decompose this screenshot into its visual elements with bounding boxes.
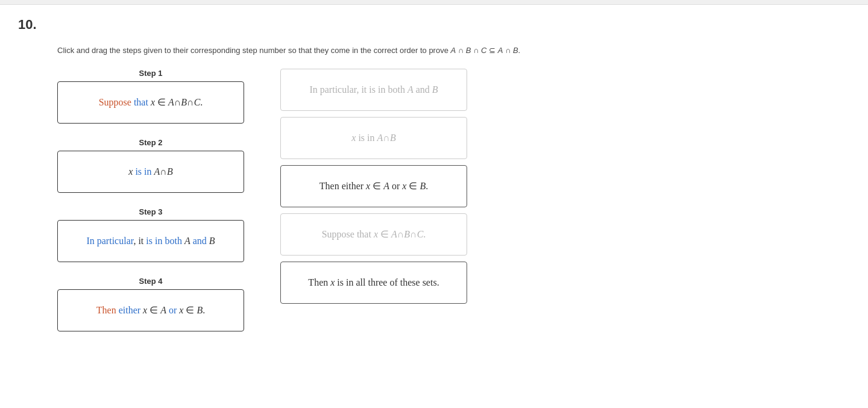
step-4-box[interactable]: Then either x ∈ A or x ∈ B. [57,289,244,331]
step-1-box[interactable]: Suppose that x ∈ A∩B∩C. [57,81,244,124]
step-3-content: In particular, it is in both A and B [86,236,215,246]
option-3-box[interactable]: Then either x ∈ A or x ∈ B. [280,165,467,207]
step-3-group: Step 3 In particular, it is in both A an… [57,207,244,271]
option-5-content: Then x is in all three of these sets. [308,277,439,288]
page-number: 10. [0,5,868,39]
steps-column: Step 1 Suppose that x ∈ A∩B∩C. Step 2 x … [57,69,244,346]
step-4-group: Step 4 Then either x ∈ A or x ∈ B. [57,277,244,340]
step-2-box[interactable]: x is in A∩B [57,151,244,193]
top-bar [0,0,868,5]
step-2-group: Step 2 x is in A∩B [57,138,244,201]
instructions: Click and drag the steps given to their … [0,39,868,69]
option-1-box[interactable]: In particular, it is in both A and B [280,69,467,111]
step-3-box[interactable]: In particular, it is in both A and B [57,220,244,262]
options-column: In particular, it is in both A and B x i… [280,69,467,346]
option-4-box[interactable]: Suppose that x ∈ A∩B∩C. [280,213,467,256]
step-2-content: x is in A∩B [128,166,172,177]
option-5-box[interactable]: Then x is in all three of these sets. [280,262,467,304]
step-4-label: Step 4 [139,277,162,286]
step-2-label: Step 2 [139,138,162,147]
step-4-content: Then either x ∈ A or x ∈ B. [96,304,205,316]
step-1-label: Step 1 [139,69,162,78]
step-1-group: Step 1 Suppose that x ∈ A∩B∩C. [57,69,244,132]
option-4-content: Suppose that x ∈ A∩B∩C. [322,228,426,240]
main-container: Step 1 Suppose that x ∈ A∩B∩C. Step 2 x … [0,69,868,346]
option-2-box[interactable]: x is in A∩B [280,117,467,159]
option-3-content: Then either x ∈ A or x ∈ B. [319,180,428,192]
step-1-content: Suppose that x ∈ A∩B∩C. [99,96,203,108]
option-2-content: x is in A∩B [351,133,395,143]
option-1-content: In particular, it is in both A and B [309,84,438,95]
step-3-label: Step 3 [139,207,162,216]
